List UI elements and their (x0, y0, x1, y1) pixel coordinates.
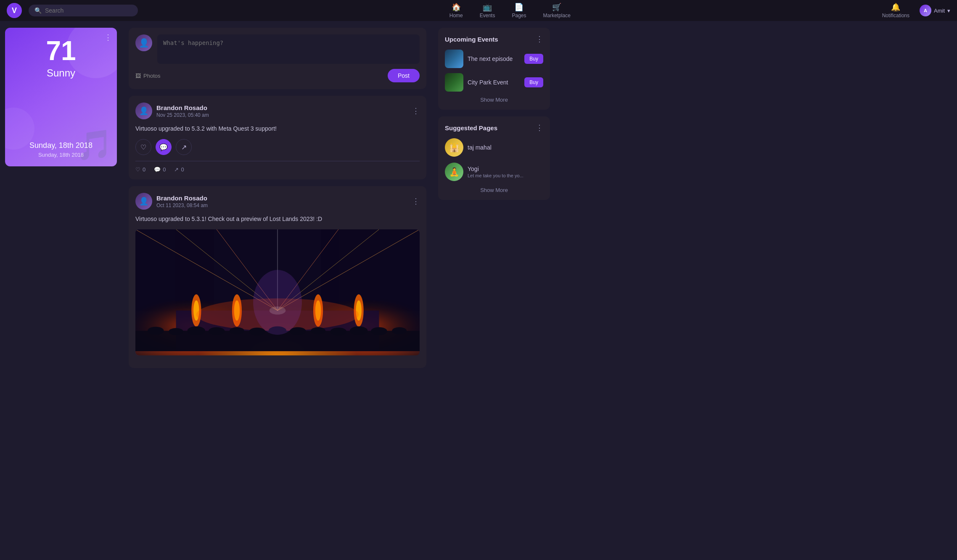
nav-pages[interactable]: 📄 Pages (512, 3, 526, 18)
bell-icon: 🔔 (891, 3, 900, 12)
main-container: ⋮ 71 Sunny Sunday, 18th 2018 Sunday, 18t… (0, 0, 957, 560)
svg-point-33 (371, 327, 387, 335)
post1-like-button[interactable]: ♡ (135, 139, 151, 155)
nav-marketplace-label: Marketplace (543, 13, 570, 18)
suggested-pages-header: Suggested Pages ⋮ (445, 123, 543, 132)
post1-share-button[interactable]: ↗ (176, 139, 192, 155)
concert-image (135, 229, 420, 355)
post1-info: Brandon Rosado Nov 25 2023, 05:40 am (156, 104, 408, 118)
post1-comments-stat: 💬 0 (154, 166, 166, 173)
svg-point-32 (350, 326, 367, 335)
post-box-top: 👤 (135, 34, 420, 64)
upcoming-events-header: Upcoming Events ⋮ (445, 34, 543, 44)
svg-point-27 (249, 328, 265, 336)
navbar: V 🔍 🏠 Home 📺 Events 📄 Pages 🛒 Marketplac… (0, 0, 957, 21)
weather-date-sub: Sunday, 18th 2018 (29, 152, 93, 158)
user-label: Amit (934, 8, 945, 14)
search-icon: 🔍 (34, 7, 42, 14)
upcoming-events-card: Upcoming Events ⋮ The next episode Buy C… (438, 28, 550, 110)
post1-actions: ♡ 💬 ↗ (135, 139, 420, 155)
feed-card-header: 👤 Brandon Rosado Nov 25 2023, 05:40 am ⋮ (135, 103, 420, 119)
upcoming-events-show-more[interactable]: Show More (445, 97, 543, 103)
notifications-label: Notifications (882, 13, 909, 18)
upcoming-events-title: Upcoming Events (445, 36, 498, 43)
avatar: A (920, 5, 931, 16)
event-park-buy-button[interactable]: Buy (524, 77, 543, 87)
post1-text: Virtuoso upgraded to 5.3.2 with Meta Que… (135, 124, 420, 133)
page-yogi-name: Yogi (468, 166, 543, 172)
weather-date-main: Sunday, 18th 2018 (29, 141, 93, 150)
feed-card-2: 👤 Brandon Rosado Oct 11 2023, 08:54 am ⋮… (129, 186, 426, 368)
post1-likes-count: 0 (143, 166, 145, 173)
user-menu[interactable]: A Amit ▾ (920, 5, 950, 16)
post2-avatar[interactable]: 👤 (135, 193, 152, 210)
svg-point-26 (230, 327, 244, 334)
page-item-taj[interactable]: 🕌 taj mahal (445, 138, 543, 157)
post1-author: Brandon Rosado (156, 104, 408, 111)
svg-point-36 (270, 306, 286, 314)
marketplace-icon: 🛒 (552, 3, 561, 12)
page-yogi-desc: Let me take you to the yo... (468, 173, 543, 178)
nav-events[interactable]: 📺 Events (480, 3, 495, 18)
page-taj-info: taj mahal (468, 144, 543, 151)
svg-point-31 (330, 328, 347, 336)
feed-card2-header: 👤 Brandon Rosado Oct 11 2023, 08:54 am ⋮ (135, 193, 420, 210)
photos-icon: 🖼 (135, 73, 141, 79)
shares-icon: ↗ (174, 166, 179, 173)
weather-menu-dots[interactable]: ⋮ (104, 33, 112, 42)
upcoming-events-menu-dots[interactable]: ⋮ (536, 34, 543, 44)
nav-home-label: Home (449, 13, 463, 18)
weather-condition: Sunny (46, 67, 76, 79)
nav-marketplace[interactable]: 🛒 Marketplace (543, 3, 570, 18)
post1-shares-count: 0 (181, 166, 184, 173)
search-bar[interactable]: 🔍 (29, 5, 138, 16)
svg-point-35 (253, 270, 302, 335)
chevron-down-icon: ▾ (947, 8, 950, 14)
post-button[interactable]: Post (388, 69, 420, 82)
right-sidebar: Upcoming Events ⋮ The next episode Buy C… (433, 21, 555, 560)
post2-image (135, 229, 420, 355)
suggested-pages-title: Suggested Pages (445, 124, 497, 131)
page-taj-thumb: 🕌 (445, 138, 463, 157)
post1-avatar[interactable]: 👤 (135, 103, 152, 119)
svg-point-23 (169, 328, 183, 335)
pages-icon: 📄 (514, 3, 523, 12)
suggested-pages-show-more[interactable]: Show More (445, 187, 543, 193)
likes-icon: ♡ (135, 166, 140, 173)
home-icon: 🏠 (452, 3, 461, 12)
post1-shares-stat: ↗ 0 (174, 166, 184, 173)
event-park-name: City Park Event (468, 79, 520, 86)
post1-comments-count: 0 (163, 166, 166, 173)
suggested-pages-menu-dots[interactable]: ⋮ (536, 123, 543, 132)
nav-home[interactable]: 🏠 Home (449, 3, 463, 18)
comments-icon: 💬 (154, 166, 161, 173)
svg-point-22 (148, 327, 164, 335)
logo[interactable]: V (7, 3, 22, 18)
post1-comment-button[interactable]: 💬 (156, 139, 172, 155)
page-yogi-info: Yogi Let me take you to the yo... (468, 166, 543, 178)
post2-menu-dots[interactable]: ⋮ (412, 197, 420, 206)
page-yogi-thumb: 🧘 (445, 163, 463, 181)
event-item-episode: The next episode Buy (445, 50, 543, 68)
event-episode-thumb (445, 50, 463, 68)
suggested-pages-card: Suggested Pages ⋮ 🕌 taj mahal 🧘 Yogi Let… (438, 116, 550, 200)
photos-button[interactable]: 🖼 Photos (135, 73, 160, 79)
post-input[interactable] (157, 34, 420, 64)
search-input[interactable] (45, 7, 132, 14)
svg-point-24 (188, 326, 205, 335)
center-feed: 👤 🖼 Photos Post 👤 Brandon Rosado (122, 21, 433, 560)
weather-temperature: 71 (46, 36, 76, 66)
event-episode-buy-button[interactable]: Buy (524, 54, 543, 64)
left-sidebar: ⋮ 71 Sunny Sunday, 18th 2018 Sunday, 18t… (0, 21, 122, 560)
current-user-avatar: 👤 (135, 34, 152, 51)
photos-label: Photos (143, 73, 160, 79)
svg-point-30 (311, 327, 325, 334)
weather-top: 71 Sunny (46, 36, 76, 79)
post1-menu-dots[interactable]: ⋮ (412, 106, 420, 116)
weather-bottom: Sunday, 18th 2018 Sunday, 18th 2018 (29, 141, 93, 158)
post1-stats: ♡ 0 💬 0 ↗ 0 (135, 166, 420, 173)
page-item-yogi[interactable]: 🧘 Yogi Let me take you to the yo... (445, 163, 543, 181)
notifications-button[interactable]: 🔔 Notifications (882, 3, 909, 18)
svg-point-25 (209, 327, 225, 335)
post1-likes-stat: ♡ 0 (135, 166, 145, 173)
